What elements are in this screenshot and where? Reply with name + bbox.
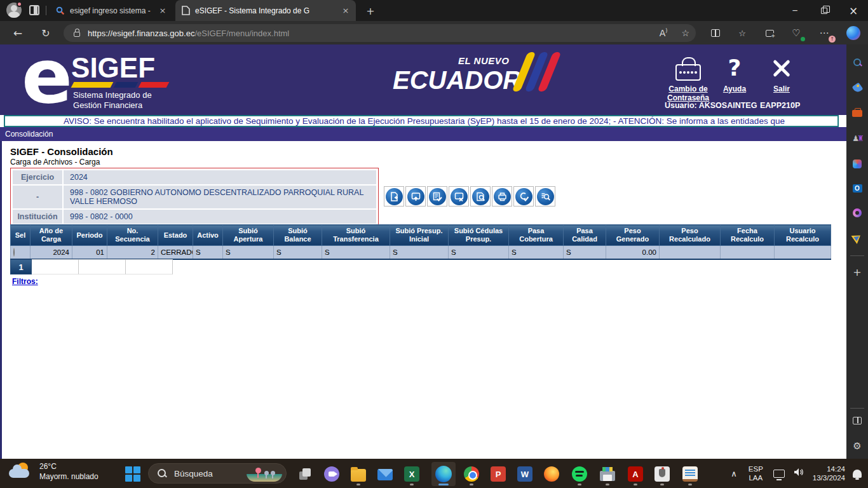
page-favicon-icon: [182, 6, 190, 15]
java-icon: [654, 466, 670, 482]
system-tray: ∧ ESPLAA 14:2413/3/2024: [731, 459, 868, 488]
app-notepad[interactable]: [678, 462, 702, 486]
col-periodo: Periodo: [72, 225, 107, 246]
col-peso-generado: PesoGenerado: [606, 225, 660, 246]
sidebar-microsoft365-icon[interactable]: [851, 158, 864, 170]
sidebar-drop-icon[interactable]: [851, 231, 864, 244]
keyboard-layout[interactable]: ESPLAA: [749, 464, 763, 482]
sidebar-loop-icon[interactable]: [851, 207, 864, 219]
sidebar-add-icon[interactable]: +: [851, 266, 864, 278]
tray-chevron-icon[interactable]: ∧: [731, 469, 737, 478]
clock[interactable]: 14:2413/3/2024: [813, 464, 845, 482]
split-screen-icon[interactable]: [708, 25, 723, 41]
copilot-icon[interactable]: [846, 25, 861, 41]
search-query-button[interactable]: [535, 186, 555, 207]
network-icon[interactable]: [773, 470, 785, 478]
app-mail[interactable]: [373, 462, 397, 486]
action-toolbar: [384, 186, 555, 207]
app-printer[interactable]: [595, 462, 620, 486]
collections-icon[interactable]: [762, 25, 777, 41]
app-pdf-xchange[interactable]: P: [486, 462, 510, 486]
volume-icon[interactable]: [794, 468, 804, 479]
start-button[interactable]: [121, 462, 145, 486]
workspaces-icon[interactable]: [29, 5, 39, 15]
user-label: Usuario: AKSOSAINTEG: [665, 101, 757, 110]
spotify-icon: [572, 466, 587, 482]
app-excel[interactable]: X: [400, 462, 424, 486]
exit-button[interactable]: Salir: [751, 54, 812, 93]
filters-link[interactable]: Filtros:: [12, 277, 38, 286]
row-radio-button[interactable]: [13, 248, 15, 257]
notification-bell-icon[interactable]: [853, 470, 862, 478]
app-spotify[interactable]: [567, 462, 592, 486]
task-view-button[interactable]: [293, 462, 317, 486]
minimize-button[interactable]: ─: [780, 0, 810, 21]
search-weather-art: [247, 465, 282, 482]
app-word[interactable]: W: [513, 462, 537, 486]
favorites-icon[interactable]: ☆: [735, 25, 750, 41]
cell-activo: S: [193, 246, 223, 260]
validate-form-button[interactable]: [427, 186, 447, 207]
tab-close-icon[interactable]: ×: [158, 6, 168, 15]
cell-fecha-recalculo: [721, 246, 775, 260]
cell-subio-transferencia: S: [322, 246, 390, 260]
col-subio-transferencia: SubióTransferencia: [322, 225, 390, 246]
url-host: https://esigef.finanzas.gob.ec: [88, 29, 194, 38]
sidebar-split-icon[interactable]: [851, 414, 864, 427]
cell-periodo: 01: [72, 246, 107, 260]
form-row-ejercicio: Ejercicio 2024: [13, 170, 376, 184]
sidebar-outlook-icon[interactable]: O: [851, 182, 864, 194]
view-details-button[interactable]: [470, 186, 491, 207]
favorite-star-icon[interactable]: ☆: [681, 28, 689, 38]
firefox-icon: [544, 466, 559, 482]
delete-record-button[interactable]: [449, 186, 469, 207]
app-acrobat[interactable]: A: [623, 462, 648, 486]
taskbar-search[interactable]: Búsqueda: [148, 463, 287, 484]
sidebar-search-icon[interactable]: [851, 56, 864, 69]
new-tab-button[interactable]: +: [363, 4, 377, 18]
app-chrome[interactable]: [459, 462, 484, 486]
logo-e: e: [22, 47, 70, 111]
view-details-icon: [472, 188, 489, 205]
tab-search-results[interactable]: esigef ingreso sistema - Búsqued ×: [50, 0, 173, 21]
sidebar-shopping-icon[interactable]: [851, 81, 864, 94]
app-zoom[interactable]: [320, 462, 344, 486]
print-button[interactable]: [492, 186, 512, 207]
delete-record-icon: [451, 188, 468, 205]
app-file-explorer[interactable]: [346, 462, 370, 486]
app-firefox[interactable]: [539, 462, 564, 486]
table-header-row: Sel Año deCarga Periodo No.Secuencia Est…: [11, 225, 831, 246]
form-value-ejercicio: 2024: [64, 170, 376, 184]
bird-icon: [264, 471, 269, 475]
close-button[interactable]: ×: [839, 0, 868, 21]
app-java[interactable]: [650, 462, 674, 486]
pdf-xchange-icon: P: [491, 466, 506, 482]
tab-esigef[interactable]: eSIGEF - Sistema Integrado de G ×: [175, 0, 356, 21]
create-record-button[interactable]: [384, 186, 404, 207]
col-anio-carga: Año deCarga: [31, 225, 72, 246]
sidebar-tools-icon[interactable]: [851, 107, 864, 119]
tab-close-icon[interactable]: ×: [341, 6, 351, 15]
settings-more-icon[interactable]: ⋯↑: [817, 25, 832, 41]
app-edge[interactable]: [431, 462, 456, 486]
restore-button[interactable]: [810, 0, 839, 21]
menu-item-consolidacion[interactable]: Consolidación: [5, 130, 53, 139]
pager-page-1[interactable]: 1: [10, 259, 32, 274]
chrome-icon: [464, 466, 479, 482]
divider: [850, 255, 864, 256]
screen: esigef ingreso sistema - Búsqued × eSIGE…: [0, 0, 868, 488]
address-bar[interactable]: https://esigef.finanzas.gob.ec/eSIGEF/me…: [64, 24, 696, 42]
tab-title: esigef ingreso sistema - Búsqued: [70, 6, 153, 15]
windows-logo-icon: [125, 466, 140, 482]
create-record-icon: [386, 188, 403, 205]
confirm-load-button[interactable]: [513, 186, 534, 207]
sidebar-settings-icon[interactable]: ⚙: [851, 440, 864, 452]
col-pasa-calidad: PasaCalidad: [564, 225, 606, 246]
upload-file-button[interactable]: [405, 186, 426, 207]
weather-widget[interactable]: 26°CMayorm. nublado: [8, 461, 98, 482]
browser-essentials-icon[interactable]: ♡: [789, 25, 804, 41]
confirm-load-icon: [515, 188, 532, 205]
sidebar-games-icon[interactable]: ♟♜: [851, 132, 864, 145]
browser-navbar: ← ↻ https://esigef.finanzas.gob.ec/eSIGE…: [0, 21, 868, 44]
read-aloud-icon[interactable]: A): [660, 28, 668, 38]
